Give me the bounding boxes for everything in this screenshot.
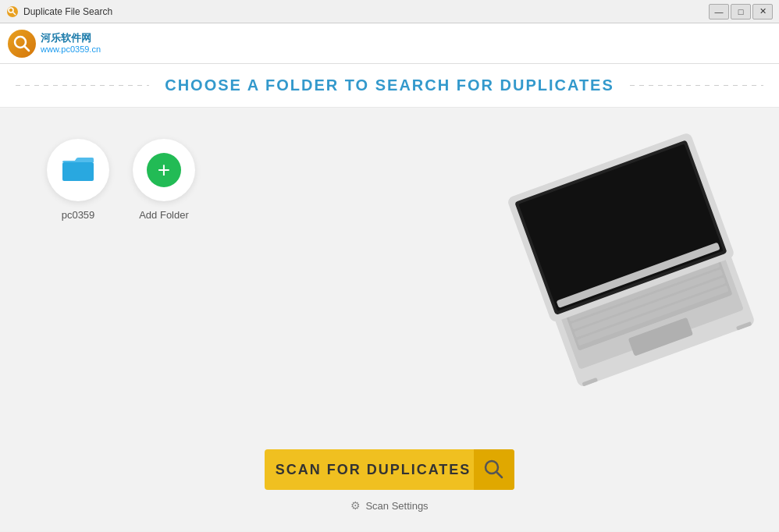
title-bar-left: Duplicate File Search xyxy=(6,5,112,18)
scan-search-icon-area xyxy=(474,449,514,490)
add-folder-item[interactable]: + Add Folder xyxy=(133,139,195,221)
minimize-button[interactable]: — xyxy=(709,4,729,20)
maximize-button[interactable]: □ xyxy=(731,4,751,20)
add-folder-label: Add Folder xyxy=(139,209,189,221)
logo-line1: 河乐软件网 xyxy=(41,32,101,44)
svg-line-21 xyxy=(496,472,502,477)
settings-gear-icon: ⚙ xyxy=(350,499,361,512)
window-controls: — □ ✕ xyxy=(709,4,773,20)
laptop-illustration xyxy=(490,123,756,388)
logo-bar: 河乐软件网 www.pc0359.cn xyxy=(0,23,779,64)
logo-circle xyxy=(8,30,36,58)
logo-text: 河乐软件网 www.pc0359.cn xyxy=(41,32,101,55)
scan-settings-label: Scan Settings xyxy=(365,500,428,512)
main-content: pc0359 + Add Folder xyxy=(0,108,779,530)
header-divider-left xyxy=(16,85,149,86)
title-bar: Duplicate File Search — □ ✕ xyxy=(0,0,779,23)
folder-label: pc0359 xyxy=(62,209,95,221)
add-plus-icon: + xyxy=(147,153,181,187)
header-title: CHOOSE A FOLDER TO SEARCH FOR DUPLICATES xyxy=(165,76,614,94)
window-title: Duplicate File Search xyxy=(23,6,112,17)
scan-button-label: SCAN FOR DUPLICATES xyxy=(265,462,474,478)
folder-circle xyxy=(47,139,109,201)
header-banner: CHOOSE A FOLDER TO SEARCH FOR DUPLICATES xyxy=(0,64,779,108)
app-icon xyxy=(6,5,19,18)
scan-for-duplicates-button[interactable]: SCAN FOR DUPLICATES xyxy=(265,449,514,490)
scan-settings-row[interactable]: ⚙ Scan Settings xyxy=(350,499,428,512)
folder-icon xyxy=(61,156,95,184)
add-folder-circle: + xyxy=(133,139,195,201)
folder-item-pc0359[interactable]: pc0359 xyxy=(47,139,109,221)
close-button[interactable]: ✕ xyxy=(752,4,773,20)
logo-line2: www.pc0359.cn xyxy=(41,44,101,55)
header-divider-right xyxy=(630,85,763,86)
bottom-section: SCAN FOR DUPLICATES ⚙ Scan Settings xyxy=(0,434,779,530)
scan-search-icon xyxy=(484,459,504,480)
svg-rect-5 xyxy=(62,162,94,181)
svg-line-4 xyxy=(24,46,29,51)
laptop-svg xyxy=(490,123,756,388)
